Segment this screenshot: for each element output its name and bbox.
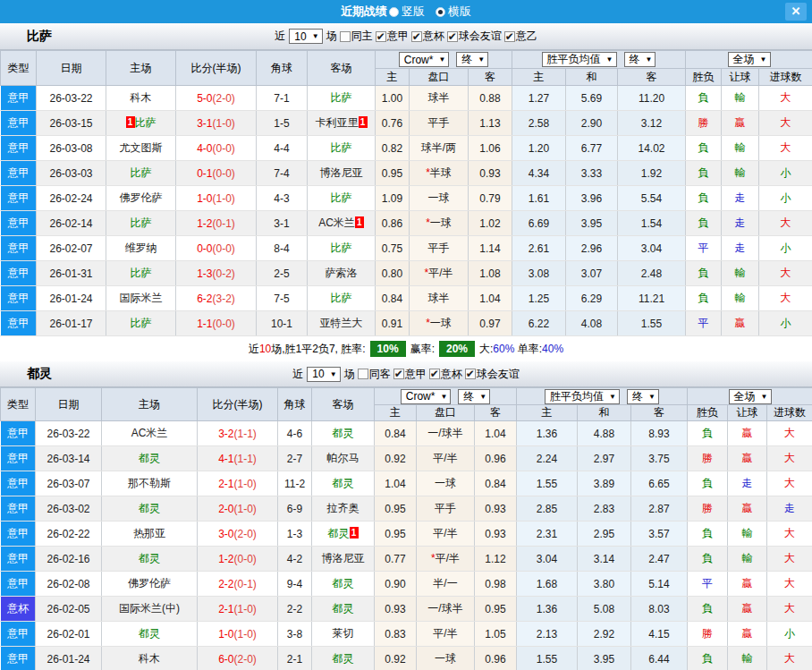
fulltime-select[interactable]: 全场▼ [729, 389, 772, 404]
away-team-cell: 都灵1 [312, 522, 375, 547]
avg-draw-cell: 2.96 [566, 236, 618, 261]
avg-final-select[interactable]: 终▼ [627, 389, 659, 404]
same-venue-checkbox[interactable] [340, 31, 351, 42]
horizontal-layout-radio[interactable] [436, 7, 445, 17]
league-checkbox[interactable] [447, 31, 458, 42]
avg-win-cell: 4.34 [512, 161, 566, 186]
odds-company-select[interactable]: Crow*▼ [401, 389, 452, 404]
league-checkbox[interactable] [393, 369, 404, 379]
away-team-cell: 比萨 [308, 236, 376, 261]
avg-select[interactable]: 胜平负均值▼ [545, 389, 620, 404]
odds-final-select[interactable]: 终▼ [458, 389, 490, 404]
avg-draw-cell: 6.77 [566, 136, 618, 161]
avg-lose-cell: 3.12 [618, 111, 686, 136]
match-row: 意甲26-01-31比萨1-3(0-2)2-5萨索洛0.80*平/半1.083.… [1, 261, 812, 286]
league-type-cell: 意甲 [1, 547, 36, 572]
date-cell: 26-02-07 [37, 236, 106, 261]
league-checkbox[interactable] [465, 369, 476, 379]
away-odds-cell: 0.88 [469, 86, 512, 111]
away-team-cell: 比萨 [308, 286, 376, 311]
home-team-cell: 1比萨 [106, 111, 176, 136]
same-venue-label: 同主 [351, 29, 373, 44]
odds-company-select[interactable]: Crow*▼ [399, 52, 450, 67]
league-type-cell: 意甲 [1, 311, 37, 336]
subcol-header: 盘口 [410, 69, 469, 86]
home-team-cell: 都灵 [102, 547, 198, 572]
date-cell: 26-03-22 [36, 421, 102, 446]
subcol-header: 主 [375, 405, 417, 421]
subcol-header: 进球数 [759, 69, 812, 86]
handicap-result-cell: 贏 [722, 311, 759, 336]
avg-draw-cell: 3.33 [566, 161, 618, 186]
match-count-select[interactable]: 10▼ [307, 367, 340, 382]
corner-cell: 11-2 [278, 471, 312, 496]
avg-lose-cell: 11.21 [618, 286, 686, 311]
result-cell: 負 [686, 261, 722, 286]
avg-win-cell: 1.25 [512, 286, 566, 311]
avg-lose-cell: 1.92 [618, 161, 686, 186]
avg-lose-cell: 2.48 [618, 261, 686, 286]
match-count-select[interactable]: 10▼ [289, 29, 322, 44]
handicap-cell: 一球 [417, 471, 475, 496]
fulltime-select[interactable]: 全场▼ [728, 52, 771, 67]
avg-draw-cell: 4.88 [578, 421, 631, 446]
home-team-cell: 比萨 [106, 211, 176, 236]
handicap-result-cell: 贏 [728, 421, 767, 446]
col-score: 比分(半场) [176, 51, 257, 86]
league-type-cell: 意甲 [1, 647, 36, 670]
odds-final-select[interactable]: 终▼ [456, 52, 488, 67]
home-odds-cell: 0.83 [375, 622, 417, 647]
subcol-header: 客 [631, 405, 688, 421]
avg-win-cell: 2.31 [517, 522, 578, 547]
near-label: 近 [292, 367, 303, 382]
avg-lose-cell: 3.57 [631, 522, 688, 547]
handicap-cell: 平/半 [417, 446, 475, 471]
away-team-cell: 都灵 [312, 597, 375, 622]
score-cell: 4-1(1-1) [198, 446, 278, 471]
result-cell: 負 [688, 522, 728, 547]
home-team-cell: 都灵 [102, 622, 198, 647]
avg-lose-cell: 8.93 [631, 421, 688, 446]
horizontal-layout-label[interactable]: 横版 [448, 4, 471, 20]
subcol-header: 盘口 [417, 405, 475, 421]
avg-select[interactable]: 胜平负均值▼ [542, 52, 617, 67]
goals-result-cell: 小 [759, 161, 812, 186]
league-type-cell: 意甲 [1, 161, 37, 186]
corner-cell: 3-1 [257, 211, 308, 236]
vertical-layout-radio[interactable] [389, 7, 399, 17]
away-odds-cell: 0.84 [475, 471, 517, 496]
away-odds-cell: 0.93 [469, 161, 512, 186]
subcol-header: 客 [618, 69, 686, 86]
home-odds-cell: 0.91 [376, 311, 410, 336]
league-checkbox[interactable] [411, 31, 422, 42]
match-row: 意杯26-02-05国际米兰(中)2-1(1-0)2-2都灵0.93一/球半0.… [1, 597, 812, 622]
vertical-layout-label[interactable]: 竖版 [402, 4, 425, 20]
result-cell: 負 [686, 211, 722, 236]
away-team-cell: 都灵 [312, 572, 375, 597]
avg-lose-cell: 2.47 [631, 547, 688, 572]
handicap-result-cell: 贏 [728, 597, 767, 622]
avg-lose-cell: 2.87 [631, 496, 688, 522]
home-odds-cell: 0.93 [375, 597, 417, 622]
close-icon[interactable]: ✕ [785, 3, 807, 21]
score-cell: 3-1(1-0) [176, 111, 257, 136]
league-type-cell: 意甲 [1, 522, 36, 547]
goals-result-cell: 大 [759, 286, 812, 311]
avg-win-cell: 2.13 [517, 622, 578, 647]
same-venue-checkbox[interactable] [358, 369, 368, 379]
avg-lose-cell: 3.04 [618, 236, 686, 261]
home-team-cell: 国际米兰 [106, 286, 176, 311]
league-checkbox[interactable] [376, 31, 386, 42]
away-team-cell: 卡利亚里1 [308, 111, 376, 136]
league-type-cell: 意甲 [1, 471, 36, 496]
home-team-cell: 比萨 [106, 161, 176, 186]
away-team-cell: 都灵 [312, 471, 375, 496]
result-cell: 負 [686, 136, 722, 161]
avg-final-select[interactable]: 终▼ [624, 52, 656, 67]
home-odds-cell: 0.86 [376, 211, 410, 236]
league-checkbox[interactable] [429, 369, 440, 379]
score-cell: 1-0(1-0) [198, 622, 278, 647]
handicap-cell: 半/一 [417, 572, 475, 597]
avg-draw-cell: 3.96 [566, 186, 618, 211]
league-checkbox[interactable] [504, 31, 515, 42]
